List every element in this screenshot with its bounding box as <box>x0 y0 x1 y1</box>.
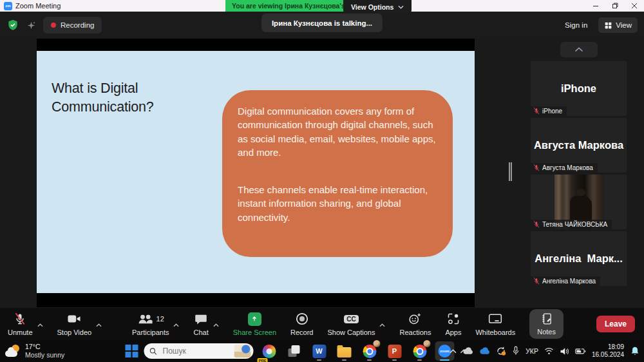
maximize-icon <box>612 3 618 9</box>
participants-button[interactable]: 12 Participants <box>132 312 169 336</box>
volume-icon[interactable] <box>560 347 569 356</box>
meeting-main-area: What is Digital Communication? Digital c… <box>0 39 644 308</box>
taskbar-app-photos[interactable]: PRE <box>260 341 279 361</box>
battery-icon[interactable] <box>575 347 586 355</box>
slide-title: What is Digital Communication? <box>52 79 200 117</box>
apps-label: Apps <box>445 329 461 336</box>
powerpoint-app-icon: P <box>388 345 401 358</box>
share-screen-button[interactable]: Share Screen <box>233 312 276 336</box>
taskbar-app-windows[interactable] <box>285 341 304 361</box>
onedrive-icon[interactable] <box>479 347 490 355</box>
ai-companion-sparkle-icon[interactable] <box>26 20 37 31</box>
minimize-icon <box>592 3 599 9</box>
chevron-up-icon <box>173 323 179 327</box>
chat-options-chevron[interactable] <box>213 318 219 330</box>
share-screen-icon <box>248 312 261 326</box>
meeting-header: Recording Ірина Кузнєцова is talking... … <box>0 12 644 39</box>
view-layout-button[interactable]: View <box>598 17 638 33</box>
collapse-panel-button[interactable] <box>560 42 598 57</box>
participants-video-panel: iPhone iPhone Августа Маркова <box>531 39 627 308</box>
active-indicator <box>440 359 450 361</box>
whiteboards-button[interactable]: Whiteboards <box>475 312 515 336</box>
tray-overflow-chevron[interactable] <box>450 349 457 354</box>
search-input[interactable] <box>163 347 227 356</box>
start-button[interactable] <box>126 345 138 357</box>
meeting-header-right: Sign in View <box>559 17 638 33</box>
minimize-button[interactable] <box>586 0 605 12</box>
view-options-button[interactable]: View Options <box>343 0 412 14</box>
participant-tile[interactable]: Ангеліна Марк... Ангеліна Маркова <box>531 231 627 286</box>
taskbar-clock[interactable]: 18:09 16.05.2024 <box>592 343 624 359</box>
reactions-button[interactable]: Reactions <box>399 312 431 336</box>
show-captions-button[interactable]: CC Show Captions <box>327 312 375 336</box>
weather-icon <box>5 344 21 358</box>
video-options-chevron[interactable] <box>96 318 102 330</box>
view-options-label: View Options <box>351 3 393 11</box>
cloud-sync-icon[interactable] <box>462 347 473 355</box>
sign-in-button[interactable]: Sign in <box>559 18 593 32</box>
weather-temperature: 17°C <box>25 343 64 351</box>
microphone-tray-icon[interactable] <box>512 346 520 356</box>
taskbar-app-word[interactable]: W <box>310 341 329 361</box>
audio-options-chevron[interactable] <box>37 318 43 330</box>
slide-paragraph-1: Digital communication covers any form of… <box>238 104 437 160</box>
maximize-button[interactable] <box>605 0 625 12</box>
meeting-toolbar: Unmute Stop Video <box>0 308 644 340</box>
language-indicator[interactable]: УКР <box>526 347 538 355</box>
clock-date: 16.05.2024 <box>592 351 624 359</box>
participant-tile[interactable]: Августа Маркова Августа Маркова <box>531 118 627 173</box>
whiteboards-label: Whiteboards <box>475 329 515 336</box>
recording-dot-icon <box>51 23 56 28</box>
system-tray: УКР <box>450 340 640 362</box>
presentation-slide: What is Digital Communication? Digital c… <box>37 51 475 293</box>
chat-button[interactable]: Chat <box>193 312 208 336</box>
close-button[interactable] <box>625 0 644 12</box>
taskbar-app-powerpoint[interactable]: P <box>385 341 404 361</box>
update-pending-icon[interactable] <box>496 346 506 356</box>
record-button[interactable]: Record <box>290 312 313 336</box>
taskbar-app-chrome-2[interactable] <box>410 341 430 361</box>
word-app-icon: W <box>312 345 326 358</box>
window-controls <box>586 0 644 12</box>
security-shield-icon[interactable] <box>6 19 19 32</box>
shared-screen-view: What is Digital Communication? Digital c… <box>37 39 475 307</box>
zoom-app-icon: zm <box>4 2 12 10</box>
participant-tile[interactable]: Тетяна ЧАЙКОВСЬКА <box>531 175 627 229</box>
participants-count: 12 <box>156 315 164 323</box>
chevron-up-icon <box>96 323 102 327</box>
captions-options-chevron[interactable] <box>379 318 385 330</box>
slide-text-box: Digital communication covers any form of… <box>222 90 453 257</box>
video-camera-icon <box>67 312 81 325</box>
notes-notebook-icon <box>540 312 553 325</box>
running-indicator <box>392 359 397 361</box>
participants-options-chevron[interactable] <box>173 318 179 330</box>
notes-button[interactable]: Notes <box>529 309 564 339</box>
weather-condition: Mostly sunny <box>25 351 64 359</box>
apps-button[interactable]: Apps <box>445 312 461 336</box>
notifications-bell-icon[interactable] <box>630 346 640 357</box>
taskbar-center: PRE W P <box>126 340 468 362</box>
panel-resize-handle[interactable] <box>509 162 512 181</box>
meeting-header-left: Recording <box>6 17 102 33</box>
muted-mic-icon <box>533 108 540 115</box>
zoom-meeting-window: zm Zoom Meeting You are viewing Ірина Ку… <box>0 0 644 362</box>
preview-badge: PRE <box>258 358 268 362</box>
participant-tile[interactable]: iPhone iPhone <box>531 61 627 116</box>
participant-name-label: iPhone <box>542 108 562 115</box>
wifi-icon[interactable] <box>544 347 554 355</box>
running-indicator <box>342 359 346 361</box>
recording-indicator[interactable]: Recording <box>43 17 102 33</box>
participants-label: Participants <box>132 329 169 336</box>
unmute-label: Unmute <box>8 329 33 336</box>
recording-label: Recording <box>61 21 94 29</box>
leave-button[interactable]: Leave <box>596 316 635 332</box>
taskbar-app-chrome-1[interactable] <box>360 341 379 361</box>
search-icon <box>149 347 158 356</box>
weather-widget[interactable]: 17°C Mostly sunny <box>5 340 64 362</box>
stop-video-button[interactable]: Stop Video <box>57 312 92 336</box>
taskbar-search[interactable] <box>144 343 254 359</box>
chevron-up-icon <box>379 323 385 327</box>
unmute-button[interactable]: Unmute <box>8 312 33 336</box>
close-icon <box>631 3 638 9</box>
taskbar-app-file-explorer[interactable] <box>335 341 354 361</box>
